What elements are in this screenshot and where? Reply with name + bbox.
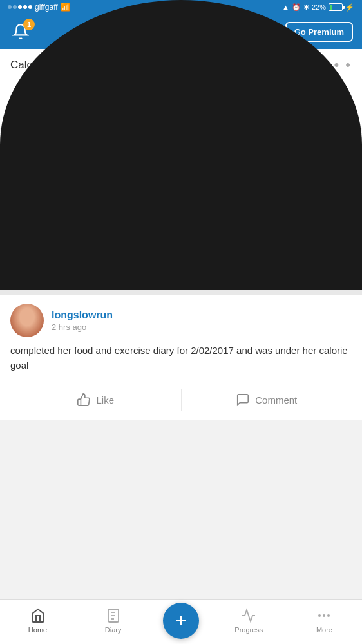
bluetooth-icon: ✱ — [303, 3, 309, 12]
battery-icon — [329, 3, 343, 11]
thumbs-up-icon-2 — [77, 393, 91, 407]
content-area: Calories Remaining • • • 1,330 − 1,210 +… — [0, 49, 362, 465]
tab-progress-label: Progress — [234, 626, 263, 634]
post-2-actions: Like Comment — [10, 382, 352, 411]
post-2-user-info: longslowrun 2 hrs ago — [52, 309, 113, 332]
more-icon — [316, 607, 332, 624]
tab-diary-label: Diary — [105, 626, 122, 634]
signal-dot-3 — [18, 5, 22, 9]
avatar-longslowrun[interactable] — [10, 304, 44, 337]
signal-dot-1 — [8, 5, 12, 9]
status-right: ▲ ⏰ ✱ 22% ⚡ — [282, 3, 354, 12]
post-2-text: completed her food and exercise diary fo… — [10, 344, 352, 373]
carrier-label: giffgaff — [35, 3, 58, 12]
post-2-header: longslowrun 2 hrs ago — [10, 304, 352, 337]
signal-dots — [8, 5, 32, 9]
tab-more-label: More — [316, 626, 332, 634]
like-button-2[interactable]: Like — [10, 389, 181, 411]
alarm-icon: ⏰ — [292, 3, 301, 12]
feed-post-2: longslowrun 2 hrs ago completed her food… — [0, 295, 362, 420]
signal-dot-4 — [23, 5, 27, 9]
tab-progress[interactable]: Progress — [211, 607, 287, 636]
comment-label-2: Comment — [255, 395, 297, 405]
tab-more[interactable]: More — [287, 607, 362, 636]
like-label-2: Like — [96, 395, 114, 405]
notification-bell-container[interactable]: 1 — [9, 20, 32, 43]
signal-dot-5 — [28, 5, 32, 9]
battery-fill — [330, 5, 332, 10]
battery-container — [329, 3, 343, 11]
comment-icon-2 — [236, 393, 250, 407]
svg-point-6 — [323, 614, 325, 617]
diary-icon — [105, 607, 122, 624]
status-left: giffgaff 📶 — [8, 3, 70, 12]
svg-point-7 — [327, 614, 330, 617]
post-2-time: 2 hrs ago — [52, 322, 113, 332]
comment-button-2[interactable]: Comment — [182, 389, 352, 411]
tab-home[interactable]: Home — [0, 607, 75, 636]
post-2-body: completed her food and exercise diary fo… — [10, 345, 348, 371]
tab-bar: Home Diary + Progress — [0, 599, 362, 644]
svg-point-5 — [318, 614, 321, 617]
post-2-username[interactable]: longslowrun — [52, 309, 113, 321]
battery-percent: 22% — [312, 3, 326, 11]
add-icon: + — [175, 610, 187, 632]
notification-badge: 1 — [23, 19, 35, 30]
signal-dot-2 — [13, 5, 17, 9]
progress-icon — [240, 607, 257, 624]
add-button[interactable]: + — [163, 603, 199, 639]
home-icon — [30, 607, 46, 624]
wifi-icon: 📶 — [61, 3, 70, 12]
charging-icon: ⚡ — [345, 3, 354, 12]
tab-add[interactable]: + — [151, 603, 211, 641]
tab-diary[interactable]: Diary — [75, 607, 151, 636]
tab-home-label: Home — [28, 626, 47, 634]
location-icon: ▲ — [282, 3, 289, 11]
